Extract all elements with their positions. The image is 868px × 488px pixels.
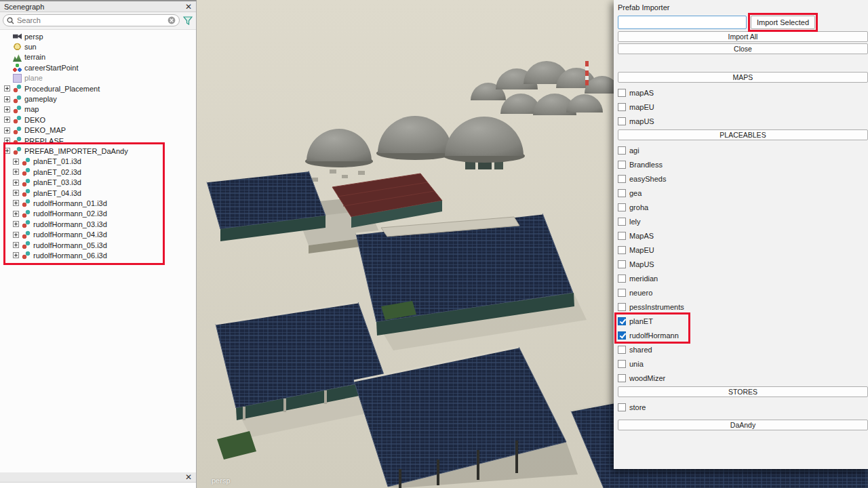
tree-item[interactable]: rudolfHormann_04.i3d <box>0 229 196 239</box>
bottom-panel-titlebar[interactable]: ✕ <box>0 472 196 483</box>
checkbox[interactable] <box>618 274 626 283</box>
tree-item[interactable]: gameplay <box>0 94 196 104</box>
tree-item[interactable]: Procedural_Placement <box>0 83 196 94</box>
checkbox[interactable] <box>618 303 626 311</box>
section-header-daandy[interactable]: DaAndy <box>618 420 868 430</box>
checkbox-row-MapUS[interactable]: MapUS <box>618 257 868 271</box>
tree-item[interactable]: plane <box>0 73 196 83</box>
checkbox-row-Brandless[interactable]: Brandless <box>618 157 868 171</box>
expander-icon[interactable] <box>4 127 10 134</box>
tree-item[interactable]: planET_01.i3d <box>0 157 196 167</box>
tree-item[interactable]: planET_02.i3d <box>0 167 196 177</box>
checkbox-row-store[interactable]: store <box>618 400 868 414</box>
search-input[interactable] <box>17 16 165 24</box>
checkbox-row-planET[interactable]: planET <box>618 314 868 328</box>
checkbox-row-neuero[interactable]: neuero <box>618 285 868 300</box>
checkbox-row-lely[interactable]: lely <box>618 214 868 228</box>
checkbox-row-meridian[interactable]: meridian <box>618 271 868 285</box>
checkbox[interactable] <box>618 203 626 211</box>
checkbox[interactable] <box>618 117 626 125</box>
expander-icon[interactable] <box>13 190 19 196</box>
checkbox[interactable] <box>618 246 626 254</box>
expander-icon[interactable] <box>13 252 19 258</box>
filter-funnel-icon[interactable] <box>183 16 193 25</box>
checkbox[interactable] <box>618 218 626 226</box>
checkbox-row-mapAS[interactable]: mapAS <box>618 85 868 100</box>
tree-item[interactable]: planET_04.i3d <box>0 188 196 198</box>
checkbox-row-rudolfHormann[interactable]: rudolfHormann <box>618 328 868 342</box>
expander-icon[interactable] <box>4 117 10 123</box>
tree-item[interactable]: rudolfHormann_01.i3d <box>0 198 196 208</box>
tree-item[interactable]: map <box>0 104 196 115</box>
checkbox-label: rudolfHormann <box>629 331 679 340</box>
checkbox-label: mapUS <box>629 117 654 125</box>
tree-item[interactable]: rudolfHormann_03.i3d <box>0 219 196 229</box>
section-header-stores[interactable]: STORES <box>618 386 868 397</box>
checkbox[interactable] <box>618 89 626 97</box>
prefab-filter-input[interactable] <box>618 16 747 29</box>
checkbox[interactable] <box>618 161 626 169</box>
expander-icon[interactable] <box>13 169 19 175</box>
expander-icon[interactable] <box>13 221 19 227</box>
checkbox[interactable] <box>618 232 626 240</box>
expander-icon[interactable] <box>4 85 10 92</box>
tree-item[interactable]: persp <box>0 31 196 41</box>
checkbox[interactable] <box>618 374 626 382</box>
scenegraph-titlebar[interactable]: Scenegraph ✕ <box>0 1 196 12</box>
checkbox[interactable] <box>618 346 626 354</box>
checkbox-row-groha[interactable]: groha <box>618 200 868 214</box>
expander-icon[interactable] <box>13 180 19 186</box>
import-selected-button[interactable]: Import Selected <box>751 16 815 29</box>
search-box[interactable] <box>3 14 180 26</box>
checkbox[interactable] <box>618 403 626 411</box>
tree-item-label: DEKO_MAP <box>24 126 66 134</box>
tree-item[interactable]: rudolfHormann_05.i3d <box>0 240 196 250</box>
tree-item[interactable]: PREPLASE <box>0 136 196 146</box>
tree-item[interactable]: DEKO <box>0 115 196 125</box>
expander-icon[interactable] <box>13 232 19 238</box>
tree-item[interactable]: PREFAB_IMPORTER_DaAndy <box>0 146 196 156</box>
checkbox-row-shared[interactable]: shared <box>618 342 868 357</box>
checkbox-row-woodMizer[interactable]: woodMizer <box>618 371 868 385</box>
checkbox-row-gea[interactable]: gea <box>618 186 868 200</box>
expander-icon[interactable] <box>4 148 10 154</box>
checkbox-row-easySheds[interactable]: easySheds <box>618 171 868 186</box>
checkbox[interactable] <box>618 260 626 268</box>
checkbox-row-MapAS[interactable]: MapAS <box>618 228 868 243</box>
close-icon[interactable]: ✕ <box>185 3 192 11</box>
expander-icon[interactable] <box>4 106 10 113</box>
checkbox[interactable] <box>618 175 626 183</box>
checkbox[interactable] <box>618 360 626 368</box>
checkbox[interactable] <box>618 331 626 340</box>
section-header-maps[interactable]: MAPS <box>618 72 868 83</box>
tree-item[interactable]: rudolfHormann_02.i3d <box>0 209 196 219</box>
tree-item[interactable]: DEKO_MAP <box>0 125 196 136</box>
tree-item[interactable]: rudolfHormann_06.i3d <box>0 250 196 260</box>
checkbox[interactable] <box>618 289 626 297</box>
checkbox-row-mapEU[interactable]: mapEU <box>618 100 868 114</box>
expander-icon[interactable] <box>4 96 10 102</box>
checkbox-row-pessInstruments[interactable]: pessInstruments <box>618 300 868 314</box>
checkbox-row-unia[interactable]: unia <box>618 357 868 371</box>
close-button[interactable]: Close <box>618 43 868 54</box>
expander-icon[interactable] <box>13 159 19 165</box>
expander-icon[interactable] <box>13 211 19 217</box>
close-icon[interactable]: ✕ <box>185 473 192 481</box>
checkbox-row-mapUS[interactable]: mapUS <box>618 114 868 128</box>
checkbox-row-agi[interactable]: agi <box>618 143 868 157</box>
tree-item[interactable]: careerStartPoint <box>0 62 196 73</box>
checkbox[interactable] <box>618 317 626 325</box>
tree-item[interactable]: planET_03.i3d <box>0 177 196 187</box>
tree-item[interactable]: terrain <box>0 52 196 62</box>
expander-icon[interactable] <box>4 138 10 144</box>
import-all-button[interactable]: Import All <box>618 31 868 42</box>
expander-icon[interactable] <box>13 242 19 248</box>
tree-item[interactable]: sun <box>0 41 196 52</box>
section-header-placeables[interactable]: PLACEABLES <box>618 129 868 140</box>
checkbox[interactable] <box>618 189 626 197</box>
expander-icon[interactable] <box>13 200 19 206</box>
checkbox[interactable] <box>618 103 626 111</box>
checkbox-row-MapEU[interactable]: MapEU <box>618 243 868 257</box>
clear-search-icon[interactable] <box>167 16 176 24</box>
checkbox[interactable] <box>618 146 626 155</box>
